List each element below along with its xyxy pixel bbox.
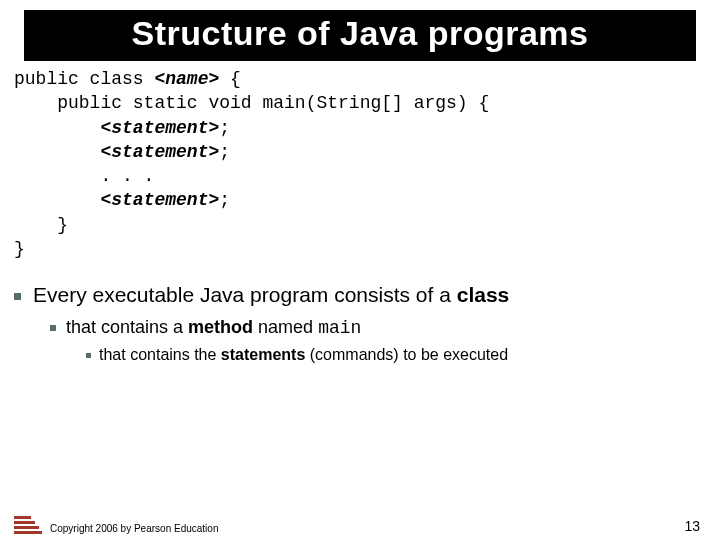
bullet2-text: that contains a method named main	[66, 317, 361, 338]
code-l7: }	[14, 215, 68, 235]
bullet-list: Every executable Java program consists o…	[14, 283, 706, 364]
bullet-level2: that contains a method named main	[50, 317, 706, 338]
bullet-icon	[86, 353, 91, 358]
code-l8: }	[14, 239, 25, 259]
code-l2: public static void main(String[] args) {	[14, 93, 489, 113]
bullet3-text: that contains the statements (commands) …	[99, 346, 508, 364]
code-l3: <statement>;	[14, 118, 230, 138]
title-bar: Structure of Java programs	[24, 10, 696, 61]
bullet-icon	[14, 293, 21, 300]
code-block: public class <name> { public static void…	[14, 67, 706, 261]
page-number: 13	[684, 518, 700, 534]
code-l5: . . .	[14, 166, 154, 186]
logo-stripes-icon	[14, 512, 42, 534]
footer: Copyright 2006 by Pearson Education 13	[0, 512, 720, 534]
bullet-icon	[50, 325, 56, 331]
bullet-level3: that contains the statements (commands) …	[86, 346, 706, 364]
code-l1: public class <name> {	[14, 69, 241, 89]
code-l6: <statement>;	[14, 190, 230, 210]
slide-title: Structure of Java programs	[34, 14, 686, 53]
copyright-text: Copyright 2006 by Pearson Education	[50, 523, 218, 534]
slide: Structure of Java programs public class …	[0, 10, 720, 540]
bullet-level1: Every executable Java program consists o…	[14, 283, 706, 307]
footer-left: Copyright 2006 by Pearson Education	[14, 512, 218, 534]
bullet1-text: Every executable Java program consists o…	[33, 283, 509, 307]
code-l4: <statement>;	[14, 142, 230, 162]
